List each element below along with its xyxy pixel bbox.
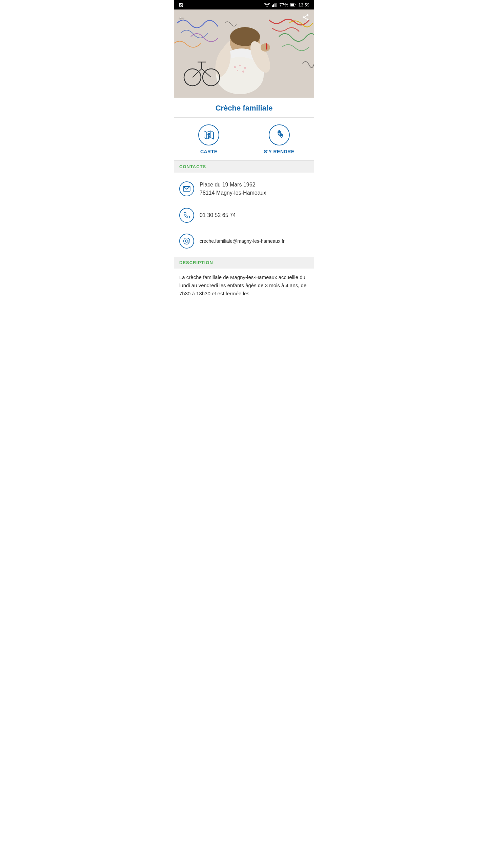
svg-rect-0 bbox=[272, 5, 273, 7]
svg-point-15 bbox=[237, 70, 238, 71]
address-line1: Place du 19 Mars 1962 bbox=[200, 181, 266, 189]
battery-icon bbox=[290, 3, 296, 6]
svg-point-37 bbox=[281, 134, 282, 136]
wifi-icon bbox=[264, 3, 270, 7]
signal-icon bbox=[272, 3, 277, 7]
carte-icon-circle bbox=[198, 124, 219, 145]
svg-point-39 bbox=[185, 240, 188, 242]
description-section: La crèche familiale de Magny-les-Hameaux… bbox=[174, 269, 314, 302]
page-title: Crèche familiale bbox=[174, 98, 314, 118]
svg-point-12 bbox=[234, 66, 236, 68]
contacts-section-header: CONTACTS bbox=[174, 161, 314, 173]
svg-rect-3 bbox=[276, 3, 277, 7]
carte-button[interactable]: CARTE bbox=[174, 118, 244, 160]
phone-contact-item[interactable]: 01 30 52 65 74 bbox=[174, 202, 314, 228]
email-contact-item[interactable]: creche.familiale@magny-les-hameaux.fr bbox=[174, 228, 314, 254]
svg-rect-2 bbox=[274, 3, 276, 7]
back-button[interactable]: ← bbox=[178, 14, 185, 22]
phone-text: 01 30 52 65 74 bbox=[200, 211, 236, 219]
svg-point-27 bbox=[307, 14, 309, 16]
svg-point-29 bbox=[307, 19, 309, 20]
at-icon bbox=[179, 234, 194, 249]
sy-rendre-label: S'Y RENDRE bbox=[264, 149, 294, 154]
share-button[interactable] bbox=[302, 14, 309, 21]
sy-rendre-button[interactable]: S'Y RENDRE bbox=[244, 118, 314, 160]
phone-icon bbox=[179, 208, 194, 223]
svg-point-14 bbox=[244, 67, 246, 69]
svg-rect-5 bbox=[291, 4, 294, 6]
svg-line-31 bbox=[305, 16, 307, 17]
envelope-icon bbox=[179, 181, 194, 196]
svg-point-16 bbox=[242, 71, 244, 73]
svg-rect-1 bbox=[273, 4, 274, 7]
hero-image: ← bbox=[174, 9, 314, 98]
svg-rect-20 bbox=[266, 43, 267, 50]
address-line2: 78114 Magny-les-Hameaux bbox=[200, 189, 266, 197]
contacts-section: Place du 19 Mars 1962 78114 Magny-les-Ha… bbox=[174, 173, 314, 257]
svg-point-35 bbox=[208, 133, 210, 135]
carte-label: CARTE bbox=[200, 149, 218, 154]
svg-point-13 bbox=[239, 65, 241, 66]
sy-rendre-icon-circle bbox=[269, 124, 290, 145]
svg-point-36 bbox=[278, 132, 280, 133]
status-left: 🖼 bbox=[179, 2, 183, 7]
clock: 13:59 bbox=[298, 2, 309, 7]
address-text: Place du 19 Mars 1962 78114 Magny-les-Ha… bbox=[200, 181, 266, 197]
address-contact-item[interactable]: Place du 19 Mars 1962 78114 Magny-les-Ha… bbox=[174, 175, 314, 202]
image-icon: 🖼 bbox=[179, 2, 183, 7]
svg-point-19 bbox=[261, 43, 270, 52]
email-text: creche.familiale@magny-les-hameaux.fr bbox=[200, 238, 285, 245]
svg-line-30 bbox=[305, 18, 307, 19]
description-section-header: DESCRIPTION bbox=[174, 257, 314, 269]
description-text: La crèche familiale de Magny-les-Hameaux… bbox=[174, 269, 314, 302]
action-row: CARTE S'Y RENDRE bbox=[174, 118, 314, 161]
status-bar: 🖼 77% 13:59 bbox=[174, 0, 314, 9]
svg-point-28 bbox=[303, 16, 305, 18]
battery-percent: 77% bbox=[279, 2, 288, 7]
status-right: 77% 13:59 bbox=[264, 2, 309, 7]
